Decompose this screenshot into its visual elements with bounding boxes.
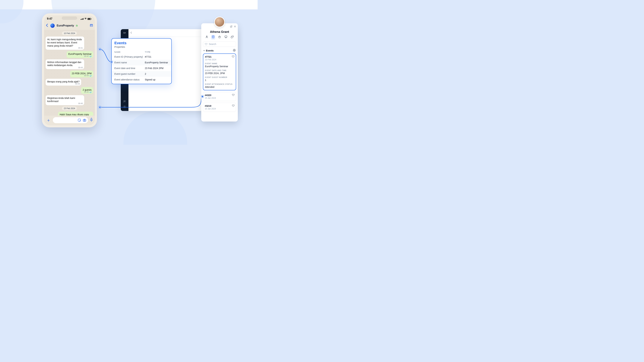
msg-out-2[interactable]: 23 FEB 2024, 2PM 09:44	[70, 70, 93, 77]
contact-avatar[interactable]	[214, 16, 225, 27]
rail-add-user[interactable]	[123, 100, 126, 104]
back-button[interactable]	[46, 24, 48, 28]
col-type: TYPE	[145, 51, 169, 53]
contact-drawer: Athena Grant Search Events #7721 10 Feb …	[201, 23, 238, 121]
attach-button[interactable]: ＋	[46, 117, 51, 123]
chevron-left-icon	[46, 24, 48, 27]
prop-row-status[interactable]: Event attendance statusSigned up	[114, 77, 169, 82]
prop-row-guests[interactable]: Event guest number2	[112, 71, 172, 77]
svg-rect-3	[83, 18, 84, 20]
svg-point-15	[206, 36, 207, 37]
connector-dot	[99, 106, 101, 108]
paperclip-icon	[231, 35, 234, 38]
phone-notch	[62, 16, 77, 20]
drawer-tabs	[203, 35, 236, 40]
open-external-button[interactable]	[230, 25, 232, 28]
database-icon	[212, 35, 215, 38]
phone-mock: 9:47 EuroProperty	[42, 13, 97, 127]
event-card-1[interactable]: #7721 10 Feb 2024 EVENT NAME EuroPropert…	[203, 53, 236, 90]
svg-rect-17	[225, 36, 227, 37]
tab-devices[interactable]	[224, 35, 228, 40]
svg-point-13	[124, 100, 125, 101]
read-receipt-icon	[90, 75, 92, 77]
chat-title[interactable]: EuroProperty	[57, 24, 74, 27]
svg-point-14	[124, 106, 125, 107]
event-id: #4320	[205, 94, 234, 96]
event-id: #3219	[205, 105, 234, 107]
search-placeholder: Search	[209, 43, 216, 45]
label-event-name: EVENT NAME	[205, 62, 234, 64]
msg-in-4[interactable]: Registrasi Anda telah kami konfirmasi! 0…	[46, 95, 84, 105]
svg-rect-11	[91, 118, 92, 120]
value-event-guests: 1	[205, 79, 234, 81]
tab-orders[interactable]	[217, 35, 222, 40]
plus-circle-icon	[233, 49, 236, 52]
crm-logo[interactable]: S	[123, 31, 126, 34]
add-event-button[interactable]	[233, 49, 236, 52]
rail-settings[interactable]	[123, 105, 126, 109]
read-receipt-icon	[90, 55, 92, 57]
external-link-icon	[230, 25, 232, 28]
heart-icon	[232, 104, 234, 107]
voice-button[interactable]	[90, 118, 93, 123]
svg-rect-0	[80, 19, 81, 20]
value-event-name: EuroProperty Seminar	[205, 65, 234, 68]
chat-body[interactable]: 10 Feb 2024 Hi, kami ingin mengundang An…	[44, 30, 95, 116]
prop-row-name[interactable]: Event nameEuroProperty Seminar	[112, 60, 172, 65]
msg-in-3[interactable]: Berapa orang yang Anda ajak? 09:43	[46, 79, 81, 86]
camera-button[interactable]	[83, 118, 86, 122]
monitor-icon	[224, 35, 228, 38]
read-receipt-icon	[90, 91, 92, 93]
events-section-header[interactable]: Events	[203, 48, 236, 53]
msg-in-1[interactable]: Hi, kami ingin mengundang Anda ke event …	[46, 36, 84, 50]
favorite-button[interactable]	[232, 104, 234, 108]
msg-out-3[interactable]: 2 guests 09:45	[81, 87, 93, 94]
drawer-search[interactable]: Search	[203, 41, 236, 47]
label-event-status: EVENT ATTENDANCE STATUS	[205, 83, 234, 85]
prop-row-id[interactable]: Event ID (Primary property)#7721	[114, 54, 169, 60]
msg-in-2[interactable]: Mohon informasikan tanggal dan waktu ked…	[46, 59, 84, 69]
prop-row-datetime[interactable]: Event date and time23 Feb 2024 2PM	[114, 65, 169, 71]
svg-point-16	[212, 36, 214, 36]
contact-name: Athena Grant	[203, 30, 236, 34]
heart-icon	[232, 93, 234, 96]
event-date: 10 Feb 2024	[205, 58, 234, 61]
favorite-button[interactable]	[232, 93, 234, 97]
tab-attachments[interactable]	[230, 35, 234, 40]
chat-input-bar: ＋	[44, 116, 95, 125]
svg-point-12	[125, 32, 126, 33]
event-date: 10 Jan 2024	[205, 108, 234, 110]
business-profile-button[interactable]	[90, 23, 93, 28]
sticker-button[interactable]	[78, 118, 81, 122]
shopping-bag-icon	[218, 35, 221, 38]
event-card-3[interactable]: #3219 10 Jan 2024	[203, 103, 236, 112]
msg-out-4[interactable]: Halo! Saya mau rikues copy presentasinya…	[58, 112, 93, 116]
event-date: 15 Jan 2024	[205, 97, 234, 99]
message-input[interactable]	[53, 117, 88, 123]
svg-rect-1	[81, 19, 82, 20]
msg-out-1[interactable]: EuroProperty Seminar 09:42	[66, 51, 93, 58]
store-icon	[90, 23, 93, 27]
tab-data[interactable]	[211, 35, 215, 40]
label-event-datetime: EVENT DATE AND TIME	[205, 69, 234, 71]
label-event-guests: EVENT GUEST NUMBER	[205, 76, 234, 78]
date-separator-2: 23 Feb 2024	[62, 107, 77, 110]
chat-avatar[interactable]	[50, 23, 55, 28]
verified-badge-icon	[76, 24, 78, 27]
event-id: #7721	[205, 55, 234, 58]
close-icon	[234, 25, 236, 28]
crm-back-button[interactable]	[130, 31, 132, 34]
tab-profile[interactable]	[204, 35, 209, 40]
connector-dot	[201, 95, 204, 98]
chevron-left-icon	[130, 31, 132, 34]
status-time: 9:47	[47, 17, 52, 20]
event-card-2[interactable]: #4320 15 Jan 2024	[203, 92, 236, 101]
heart-icon	[205, 43, 208, 45]
svg-rect-5	[88, 18, 90, 19]
mic-icon	[90, 118, 93, 122]
sticker-icon	[78, 118, 81, 122]
date-separator-1: 10 Feb 2024	[62, 31, 77, 35]
favorite-button[interactable]	[232, 55, 234, 58]
events-title: Events	[114, 41, 169, 45]
close-button[interactable]	[234, 25, 236, 28]
